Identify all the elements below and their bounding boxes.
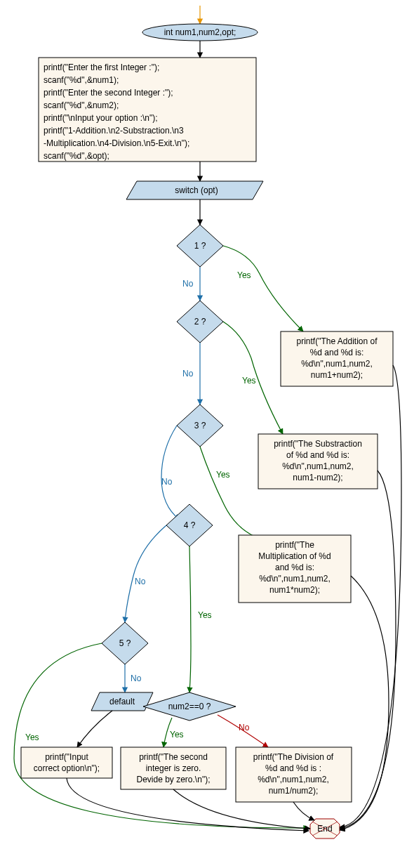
edge-d1-yes — [223, 246, 303, 331]
d2-no-label: No — [182, 369, 194, 379]
d3-no-label: No — [161, 477, 173, 487]
d3-yes-label: Yes — [216, 470, 230, 480]
div-l1: printf("The Division of — [253, 752, 334, 762]
io-line-2: scanf("%d",&num1); — [44, 75, 119, 85]
edge-d4-yes — [189, 546, 191, 692]
switch-label: switch (opt) — [175, 185, 218, 195]
sub-l2: of %d and %d is: — [286, 450, 349, 460]
sub-l1: printf("The Substraction — [274, 439, 362, 449]
io-line-3: printf("Enter the second Integer :"); — [44, 88, 173, 98]
mul-l2: Multiplication of %d — [258, 551, 331, 561]
sub-l4: num1-num2); — [293, 473, 342, 482]
d5-no-label: No — [131, 673, 142, 683]
decision-3-label: 3 ? — [194, 421, 206, 430]
add-l4: num1+num2); — [311, 370, 363, 380]
divzero-l2: integer is zero. — [146, 763, 201, 773]
decision-1-label: 1 ? — [194, 241, 206, 251]
d1-no-label: No — [182, 279, 194, 289]
io-line-1: printf("Enter the first Integer :"); — [44, 63, 159, 72]
numzero-no-label: No — [239, 723, 250, 732]
div-l2: %d and %d is : — [265, 763, 321, 773]
io-line-7: -Multiplication.\n4-Division.\n5-Exit.\n… — [44, 138, 189, 148]
io-line-4: scanf("%d",&num2); — [44, 100, 119, 110]
default-label: default — [109, 697, 135, 706]
div-l3: %d\n",num1,num2, — [258, 775, 329, 784]
decision-2-label: 2 ? — [194, 317, 206, 327]
mul-l1: printf("The — [275, 540, 314, 550]
divzero-l3: Devide by zero.\n"); — [137, 775, 211, 784]
end-label: End — [317, 824, 332, 834]
io-line-6: printf("1-Addition.\n2-Substraction.\n3 — [44, 126, 184, 136]
edge-d3-no — [161, 426, 180, 520]
io-line-5: printf("\nInput your option :\n"); — [44, 113, 158, 123]
d5-yes-label: Yes — [25, 732, 39, 742]
add-l2: %d and %d is: — [310, 348, 364, 357]
d4-no-label: No — [135, 577, 146, 586]
numzero-label: num2==0 ? — [168, 702, 211, 711]
inputcorrect-l2: correct option\n"); — [34, 763, 100, 773]
numzero-yes-label: Yes — [170, 730, 184, 739]
flowchart: int num1,num2,opt; printf("Enter the fir… — [0, 0, 407, 868]
inputcorrect-l1: printf("Input — [45, 752, 88, 762]
edge-d4-no — [125, 525, 166, 622]
io-line-8: scanf("%d",&opt); — [44, 151, 109, 161]
mul-l5: num1*num2); — [269, 585, 320, 595]
mul-l3: and %d is: — [275, 563, 314, 572]
edge-div-end — [293, 802, 314, 820]
add-l1: printf("The Addition of — [297, 336, 378, 346]
d2-yes-label: Yes — [242, 376, 256, 386]
decision-5-label: 5 ? — [119, 638, 131, 648]
add-l3: %d\n",num1,num2, — [301, 359, 373, 369]
divzero-l1: printf("The second — [139, 752, 208, 762]
edge-default-inputcorrect — [77, 711, 112, 747]
start-label: int num1,num2,opt; — [164, 27, 236, 37]
d1-yes-label: Yes — [237, 270, 251, 280]
div-l4: num1/num2); — [269, 786, 319, 796]
sub-l3: %d\n",num1,num2, — [282, 461, 354, 471]
decision-4-label: 4 ? — [184, 520, 196, 530]
mul-l4: %d\n",num1,num2, — [259, 574, 331, 584]
d4-yes-label: Yes — [198, 610, 212, 620]
